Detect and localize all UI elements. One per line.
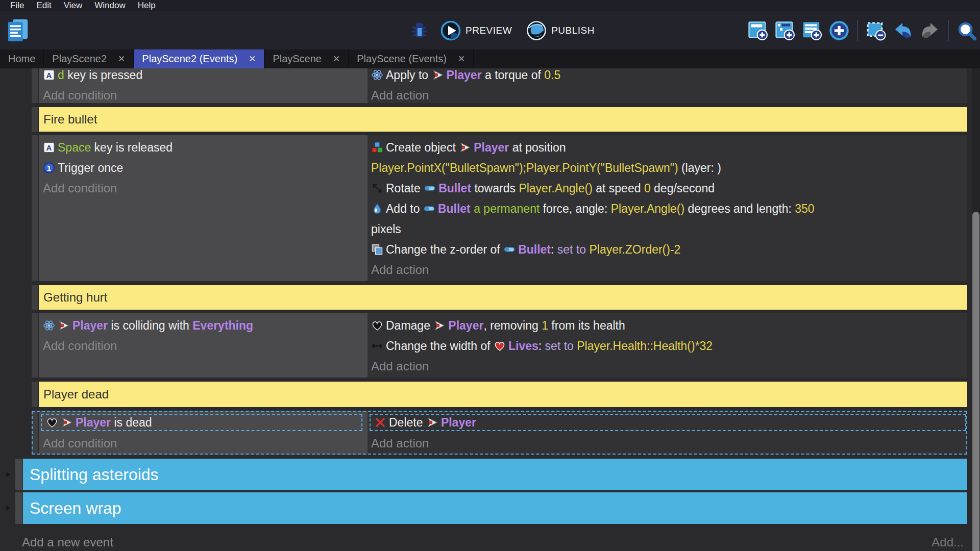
group-collapse-arrow-icon[interactable] [0,492,15,524]
action-line[interactable]: Create object Player at position [368,137,967,158]
text-segment: Player.Angle() [519,182,592,195]
actions-column[interactable]: Delete PlayerAdd action [368,411,967,455]
add-new-icon[interactable] [828,19,850,42]
debugger-icon[interactable] [408,19,431,42]
add-action[interactable]: Add action [368,260,967,280]
add-subevent-icon[interactable] [774,19,796,42]
add-condition[interactable]: Add condition [39,433,368,454]
add-action[interactable]: Add action [368,433,967,454]
search-icon[interactable] [955,19,978,42]
conditions-column[interactable]: ASpace key is released1Trigger onceAdd c… [39,135,368,281]
event-row[interactable]: Player is deadAdd conditionDelete Player… [32,411,967,455]
event-gutter [32,313,38,378]
comment-body[interactable]: Fire bullet [39,107,967,132]
action-line[interactable]: Delete Player [370,414,966,431]
group-header[interactable]: Screen wrap [23,492,967,524]
actions-column[interactable]: Damage Player, removing 1 from its healt… [368,313,967,378]
vertical-scrollbar[interactable] [972,68,980,551]
menu-view[interactable]: View [58,0,89,11]
add-condition[interactable]: Add condition [39,178,368,198]
keyboard-icon: A [43,141,55,154]
action-line[interactable]: Change the z-order of Bullet: set to Pla… [368,239,967,260]
tab-playscene2-events[interactable]: PlayScene2 (Events)✕ [134,49,264,68]
event-row[interactable]: ASpace key is released1Trigger onceAdd c… [32,135,967,281]
publish-button[interactable]: PUBLISH [522,20,599,41]
add-condition[interactable]: Add condition [39,85,368,103]
text-segment: : [538,339,545,353]
delete-icon [374,416,386,429]
add-condition-label: Add condition [43,181,117,195]
action-line[interactable]: Add to Bullet a permanent force, angle: … [368,198,967,219]
gdevelop-logo-icon[interactable] [6,18,30,43]
add-event-icon[interactable] [747,19,769,42]
add-comment-icon[interactable] [801,19,823,42]
comment-row[interactable]: Player dead [32,382,967,407]
tab-close-icon[interactable]: ✕ [333,54,340,64]
event-gutter [32,411,38,455]
preview-button[interactable]: PREVIEW [436,20,517,41]
condition-line[interactable]: ASpace key is released [39,137,368,158]
actions-column[interactable]: Create object Player at positionPlayer.P… [368,135,967,281]
action-line[interactable]: Change the width of Lives: set to Player… [368,336,967,356]
comment-row[interactable]: Fire bullet [32,107,967,132]
publish-label: PUBLISH [551,25,595,36]
action-line[interactable]: Damage Player, removing 1 from its healt… [368,315,967,336]
tab-playscene2[interactable]: PlayScene2✕ [44,49,134,68]
text-segment: a permanent [471,202,540,216]
condition-line[interactable]: Player is dead [41,414,362,431]
action-line[interactable]: pixels [368,219,967,239]
group-row[interactable]: Screen wrap [0,492,967,524]
condition-line[interactable]: Ad key is pressed [39,68,368,85]
toolbar-right [747,11,978,49]
tab-close-icon[interactable]: ✕ [118,54,125,64]
group-collapse-arrow-icon[interactable] [0,459,15,490]
action-line[interactable]: Apply to Player a torque of 0.5 [368,68,967,85]
event-row[interactable]: Player is colliding with EverythingAdd c… [32,313,967,378]
conditions-column[interactable]: Player is colliding with EverythingAdd c… [39,313,368,378]
menu-file[interactable]: File [4,0,30,11]
scrollbar-thumb[interactable] [972,212,979,551]
conditions-column[interactable]: Player is deadAdd condition [39,411,368,455]
action-line[interactable]: Rotate Bullet towards Player.Angle() at … [368,178,967,198]
group-header[interactable]: Splitting asteroids [23,459,967,490]
add-condition[interactable]: Add condition [39,336,368,356]
add-new-event-button[interactable]: Add a new event [22,535,932,549]
heart-icon [46,416,58,429]
add-action[interactable]: Add action [368,85,967,103]
comment-row[interactable]: Getting hurt [32,285,967,310]
force-icon [371,203,383,215]
player-icon [432,69,444,81]
group-row[interactable]: Splitting asteroids [0,459,967,490]
svg-text:A: A [46,143,52,152]
bullet-icon [424,182,436,194]
menu-help[interactable]: Help [132,0,162,11]
menu-edit[interactable]: Edit [30,0,57,11]
comment-body[interactable]: Getting hurt [39,285,967,310]
tab-close-icon[interactable]: ✕ [458,54,465,64]
tab-close-icon[interactable]: ✕ [249,54,256,64]
action-line[interactable]: Player.PointX("BulletSpawn");Player.Poin… [368,158,967,178]
actions-column[interactable]: Apply to Player a torque of 0.5Add actio… [368,68,967,103]
text-segment: Create object [386,141,459,155]
remove-selection-icon[interactable] [865,19,887,42]
tab-playscene[interactable]: PlayScene✕ [264,49,349,68]
tab-home[interactable]: Home [0,49,44,68]
comment-body[interactable]: Player dead [39,382,967,407]
event-row[interactable]: Ad key is pressedAdd conditionApply to P… [32,68,967,103]
menu-window[interactable]: Window [88,0,131,11]
condition-line[interactable]: 1Trigger once [39,158,368,178]
undo-icon[interactable] [892,19,914,42]
add-action[interactable]: Add action [368,356,967,377]
tab-playscene-events[interactable]: PlayScene (Events)✕ [349,49,474,68]
conditions-column[interactable]: Ad key is pressedAdd condition [39,68,368,103]
create-object-icon [371,141,383,154]
events-footer: Add a new eventAdd... [0,531,980,551]
condition-line[interactable]: Player is colliding with Everything [39,315,368,336]
text-segment: is colliding with [108,319,192,333]
add-more-button[interactable]: Add... [932,535,964,549]
text-segment: Space [58,141,91,155]
main-toolbar: PREVIEW PUBLISH [0,11,980,49]
redo-icon[interactable] [919,19,941,42]
group-title: Splitting asteroids [30,465,159,484]
text-segment: a torque of [482,68,545,82]
